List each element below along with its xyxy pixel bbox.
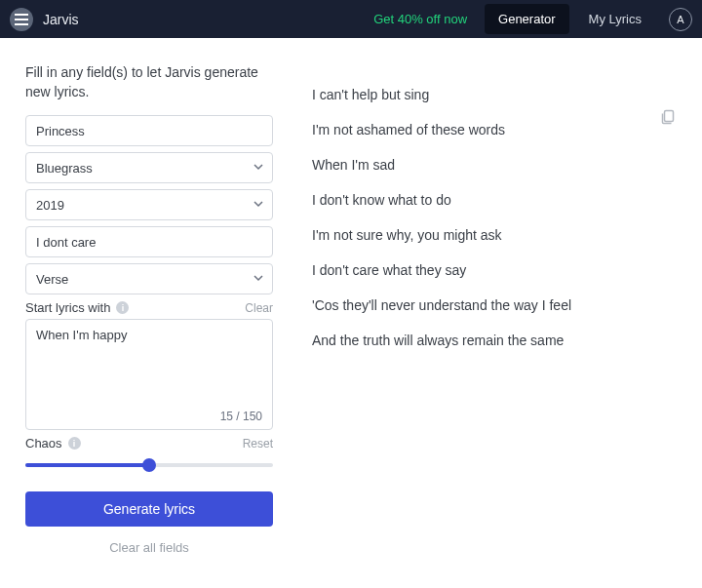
menu-button[interactable]: [10, 8, 33, 31]
main-content: Fill in any field(s) to let Jarvis gener…: [0, 38, 702, 555]
brand-name: Jarvis: [43, 12, 79, 27]
clear-all-button[interactable]: Clear all fields: [25, 540, 273, 555]
info-icon[interactable]: i: [68, 437, 81, 450]
hamburger-icon: [15, 14, 28, 25]
mood-input[interactable]: [36, 235, 262, 250]
clear-button[interactable]: Clear: [245, 301, 273, 315]
start-textarea-wrap[interactable]: 15 / 150: [25, 319, 273, 430]
copy-icon[interactable]: [659, 112, 677, 129]
output-panel: I can't help but singI'm not ashamed of …: [279, 63, 702, 555]
lyrics-line: I'm not sure why, you might ask: [312, 227, 677, 243]
mood-input-wrap[interactable]: [25, 226, 273, 257]
slider-thumb[interactable]: [142, 458, 156, 472]
slider-fill: [25, 463, 149, 467]
chevron-down-icon: [253, 272, 264, 287]
chaos-label: Chaos: [25, 436, 62, 451]
generate-button[interactable]: Generate lyrics: [25, 491, 273, 527]
info-icon[interactable]: i: [116, 301, 129, 314]
year-value: 2019: [36, 198, 64, 213]
chaos-slider-wrap: [25, 458, 273, 472]
tab-generator[interactable]: Generator: [485, 4, 569, 34]
year-select[interactable]: 2019: [25, 189, 273, 220]
char-count: 15 / 150: [220, 410, 262, 423]
reset-button[interactable]: Reset: [243, 437, 273, 451]
topic-input[interactable]: [36, 124, 262, 138]
lyrics-line: When I'm sad: [312, 157, 677, 173]
section-value: Verse: [36, 272, 68, 287]
start-lyrics-label: Start lyrics with: [25, 300, 110, 315]
instructions-text: Fill in any field(s) to let Jarvis gener…: [25, 63, 279, 101]
start-textarea[interactable]: [36, 328, 262, 406]
chaos-label-row: Chaos i Reset: [25, 436, 273, 451]
svg-rect-0: [665, 111, 674, 122]
topic-input-wrap[interactable]: [25, 115, 273, 146]
section-select[interactable]: Verse: [25, 263, 273, 294]
avatar-button[interactable]: A: [669, 8, 692, 31]
chevron-down-icon: [253, 198, 264, 213]
lyrics-line: I can't help but sing: [312, 87, 677, 102]
lyrics-output: I can't help but singI'm not ashamed of …: [312, 87, 677, 348]
genre-value: Bluegrass: [36, 161, 93, 176]
start-label-row: Start lyrics with i Clear: [25, 300, 273, 315]
lyrics-line: And the truth will always remain the sam…: [312, 333, 677, 348]
tab-my-lyrics[interactable]: My Lyrics: [575, 4, 655, 34]
lyrics-line: I don't care what they say: [312, 262, 677, 278]
chaos-slider[interactable]: [25, 458, 273, 472]
promo-link[interactable]: Get 40% off now: [373, 12, 467, 26]
genre-select[interactable]: Bluegrass: [25, 152, 273, 183]
form-panel: Fill in any field(s) to let Jarvis gener…: [0, 63, 279, 555]
lyrics-line: I don't know what to do: [312, 192, 677, 208]
app-header: Jarvis Get 40% off now Generator My Lyri…: [0, 0, 702, 38]
chevron-down-icon: [253, 161, 264, 176]
lyrics-line: I'm not ashamed of these words: [312, 122, 677, 137]
lyrics-line: 'Cos they'll never understand the way I …: [312, 297, 677, 313]
